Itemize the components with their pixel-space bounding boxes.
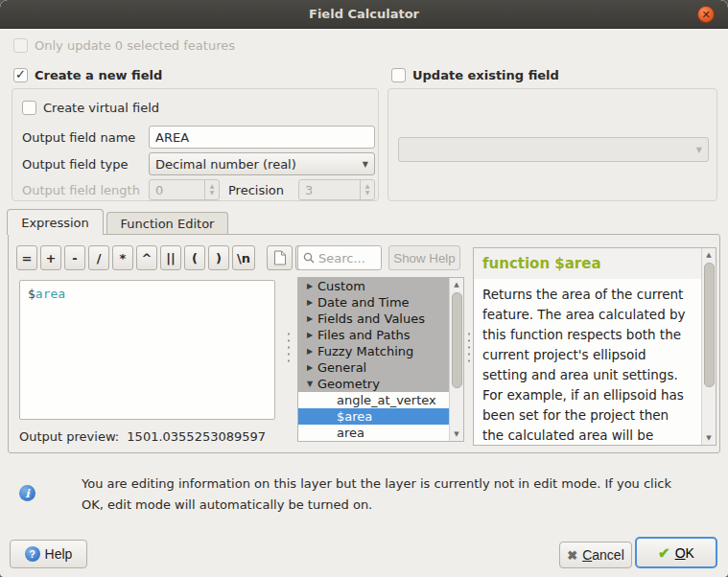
function-label: Geometry <box>317 377 380 391</box>
expression-text: area <box>35 287 65 301</box>
chevron-down-icon: ▼ <box>696 146 702 154</box>
function-label: Custom <box>317 279 365 293</box>
help-header: function $area <box>474 248 702 279</box>
splitter-handle-left[interactable] <box>287 331 291 363</box>
notice-line-2: OK, edit mode will automatically be turn… <box>82 495 703 516</box>
new-field-groupbox: Create virtual field Output field name O… <box>12 88 379 201</box>
close-icon: ✕ <box>701 10 710 20</box>
scrollbar-thumb[interactable] <box>452 292 462 388</box>
create-new-field-checkbox-row[interactable]: Create a new field <box>13 68 162 82</box>
spin-down-icon: ▼ <box>210 190 215 196</box>
titlebar[interactable]: Field Calculator ✕ <box>0 0 728 29</box>
chevron-down-icon[interactable]: ▼ <box>302 380 317 388</box>
operator-button-([interactable]: ( <box>184 245 205 270</box>
only-update-checkbox-row: Only update 0 selected features <box>13 38 235 53</box>
expression-editor[interactable]: $area <box>19 280 275 420</box>
output-field-name-label: Output field name <box>22 130 135 145</box>
output-preview: Output preview: 1501.0355253089597 <box>19 429 266 444</box>
scroll-up-icon[interactable]: ▲ <box>450 278 463 291</box>
ok-button[interactable]: ✔ OK <box>635 537 717 568</box>
spinner-arrows: ▲ ▼ <box>204 180 219 199</box>
function-item-$area[interactable]: $area <box>298 408 451 425</box>
update-field-groupbox: ▼ <box>387 88 717 201</box>
output-field-type-select[interactable]: Decimal number (real) ▼ <box>149 152 375 175</box>
show-help-label: Show Help <box>393 251 455 265</box>
splitter-handle-right[interactable] <box>467 331 471 363</box>
help-button-label: Help <box>45 546 73 562</box>
operator-button-/[interactable]: / <box>88 245 109 270</box>
operator-button-||[interactable]: || <box>160 245 181 270</box>
function-list-scrollbar[interactable]: ▲ ▼ <box>449 278 463 441</box>
function-group-Geometry[interactable]: ▼Geometry <box>298 376 451 392</box>
function-item-angle_at_vertex[interactable]: angle_at_vertex <box>298 392 451 408</box>
help-button[interactable]: ? Help <box>10 540 87 568</box>
ok-button-label: OK <box>675 545 694 561</box>
function-item-azimuth[interactable]: azimuth <box>298 441 451 442</box>
create-new-field-checkbox[interactable] <box>13 68 28 82</box>
output-field-length-label: Output field length <box>22 183 140 197</box>
function-help-panel[interactable]: function $area Returns the area of the c… <box>473 247 716 446</box>
function-label: Files and Paths <box>317 328 411 342</box>
tab-function-editor[interactable]: Function Editor <box>106 212 228 235</box>
spinner-arrows: ▲ ▼ <box>360 180 374 199</box>
operator-button-+[interactable]: + <box>40 245 61 270</box>
create-virtual-field-row[interactable]: Create virtual field <box>22 101 159 115</box>
cancel-button-label: Cancel <box>582 547 624 563</box>
chevron-right-icon[interactable]: ▶ <box>302 282 317 290</box>
function-group-Fuzzy Matching[interactable]: ▶Fuzzy Matching <box>298 343 451 359</box>
function-label: Fields and Values <box>317 312 425 326</box>
create-virtual-field-checkbox[interactable] <box>22 101 36 115</box>
field-calculator-dialog: Field Calculator ✕ Only update 0 selecte… <box>0 0 728 577</box>
update-existing-field-checkbox-row[interactable]: Update existing field <box>391 68 559 82</box>
help-title: function $area <box>482 255 601 272</box>
operator-button-)[interactable]: ) <box>208 245 229 270</box>
tab-expression[interactable]: Expression <box>7 209 104 235</box>
scroll-up-icon[interactable]: ▲ <box>702 248 716 262</box>
output-preview-label: Output preview: <box>19 429 119 444</box>
operator-button-\n[interactable]: \n <box>232 245 255 270</box>
cancel-button[interactable]: ✖ Cancel <box>559 542 632 568</box>
function-search[interactable] <box>297 245 382 270</box>
scrollbar-thumb[interactable] <box>704 263 715 387</box>
function-group-Custom[interactable]: ▶Custom <box>298 278 451 294</box>
operator-button--[interactable]: - <box>64 245 85 270</box>
output-field-length-value: 0 <box>150 183 204 197</box>
help-scrollbar[interactable]: ▲ ▼ <box>701 248 716 445</box>
update-existing-field-checkbox[interactable] <box>391 68 406 82</box>
chevron-right-icon[interactable]: ▶ <box>302 314 317 323</box>
function-group-General[interactable]: ▶General <box>298 359 451 376</box>
operator-button-^[interactable]: ^ <box>136 245 157 270</box>
scroll-down-icon[interactable]: ▼ <box>450 427 463 441</box>
chevron-right-icon[interactable]: ▶ <box>302 363 317 372</box>
function-item-area[interactable]: area <box>298 425 451 441</box>
operator-button-=[interactable]: = <box>16 245 37 270</box>
operator-button-*[interactable]: * <box>112 245 133 270</box>
new-expression-button[interactable] <box>267 245 293 270</box>
output-field-length-spinner: 0 ▲ ▼ <box>149 179 220 200</box>
chevron-right-icon[interactable]: ▶ <box>302 298 317 307</box>
scroll-down-icon[interactable]: ▼ <box>702 431 716 445</box>
close-button[interactable]: ✕ <box>697 6 715 23</box>
function-group-Files and Paths[interactable]: ▶Files and Paths <box>298 327 451 343</box>
question-icon: ? <box>25 546 40 562</box>
function-label: Fuzzy Matching <box>317 344 413 358</box>
help-body: Returns the area of the current feature.… <box>474 283 702 446</box>
output-field-name-input[interactable] <box>149 126 375 149</box>
create-virtual-field-label: Create virtual field <box>43 101 159 115</box>
function-label: angle_at_vertex <box>337 393 436 407</box>
chevron-right-icon[interactable]: ▶ <box>302 347 317 356</box>
chevron-right-icon[interactable]: ▶ <box>302 331 317 339</box>
update-existing-field-label: Update existing field <box>412 68 559 82</box>
new-file-icon <box>273 250 287 265</box>
tab-function-editor-label: Function Editor <box>121 217 215 231</box>
search-input[interactable] <box>318 251 374 265</box>
only-update-checkbox <box>13 38 28 53</box>
output-field-type-value: Decimal number (real) <box>155 157 296 172</box>
function-label: $area <box>337 409 372 424</box>
window-title: Field Calculator <box>309 7 419 21</box>
output-field-type-label: Output field type <box>22 157 129 172</box>
function-group-Fields and Values[interactable]: ▶Fields and Values <box>298 311 451 327</box>
cancel-icon: ✖ <box>567 548 577 563</box>
function-list[interactable]: ▶Custom▶Date and Time▶Fields and Values▶… <box>297 277 464 442</box>
function-group-Date and Time[interactable]: ▶Date and Time <box>298 294 451 311</box>
